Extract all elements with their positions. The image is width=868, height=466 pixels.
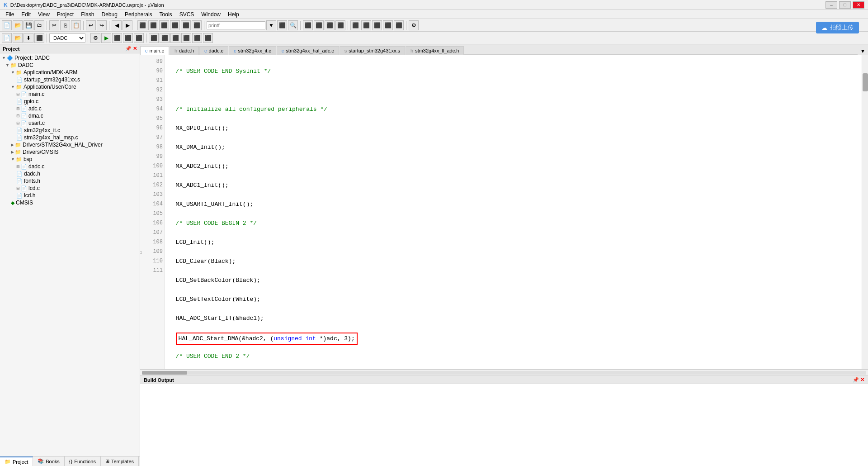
watch-button[interactable]: ⬛ [181,33,191,43]
redo-button[interactable]: ↪ [97,20,107,30]
paste-button[interactable]: 📋 [71,20,81,30]
close-button[interactable]: ✕ [853,1,864,9]
tree-item-app-user[interactable]: ▼ 📁 Application/User/Core [0,83,140,90]
nav-back-button[interactable]: ◀ [112,20,122,30]
tree-item-app-mdk[interactable]: ▼ 📁 Application/MDK-ARM [0,69,140,76]
dbg2-button[interactable]: ⬛ [149,33,159,43]
ports-button[interactable]: ⬛ [203,33,213,43]
tree-item-bsp-lcd-c[interactable]: ⊞ 📄 lcd.c [0,185,140,192]
pins-button[interactable]: ⬛ [170,33,180,43]
printf-dropdown-button[interactable]: ▼ [266,20,276,30]
minimize-button[interactable]: – [826,1,837,9]
bookmark-next-button[interactable]: ⬛ [148,20,158,30]
run-cursor-button[interactable]: ⬛ [394,20,404,30]
tree-item-drivers-cmsis[interactable]: ▶ 📁 Drivers/CMSIS [0,148,140,156]
build-output-close-button[interactable]: ✕ [860,377,864,383]
tb2-batch-button[interactable]: ⬛ [34,33,44,43]
rebuild-button[interactable]: ⬛ [314,20,324,30]
tree-item-main-c[interactable]: ⊞ 📄 main.c [0,90,140,98]
rebuild-target-button[interactable]: ⬛ [112,33,122,43]
batch-build-button[interactable]: ⬛ [123,33,133,43]
tree-item-it-c[interactable]: 📄 stm32g4xx_it.c [0,127,140,134]
save-button[interactable]: 💾 [24,20,33,30]
menu-file[interactable]: File [2,10,18,19]
stop-button[interactable]: ⬛ [335,20,345,30]
tree-item-bsp-dadc-h[interactable]: 📄 dadc.h [0,170,140,177]
setup-button[interactable]: ⚙ [409,20,419,30]
tab-stm32-it[interactable]: c stm32g4xx_it.c [229,46,276,55]
cut-button[interactable]: ✂ [49,20,59,30]
tabs-collapse-button[interactable]: ▼ [858,48,868,55]
panel-close-button[interactable]: ✕ [133,46,137,52]
menu-svcs[interactable]: SVCS [176,10,198,19]
menu-edit[interactable]: Edit [18,10,34,19]
debug-disconnect-button[interactable]: ⬛ [361,20,371,30]
tree-item-bsp-fonts-h[interactable]: 📄 fonts.h [0,177,140,185]
unindent-button[interactable]: ⬛ [170,20,180,30]
target-select[interactable]: DADC [49,33,85,43]
menu-peripherals[interactable]: Peripherals [121,10,156,19]
tree-item-dadc[interactable]: ▼ 📁 DADC [0,62,140,69]
build-output-pin-icon[interactable]: 📌 [853,377,859,383]
menu-view[interactable]: View [34,10,53,19]
find-ref-button[interactable]: ⬛ [192,20,202,30]
memory-button[interactable]: ⬛ [192,33,202,43]
tab-startup[interactable]: s startup_stm32g431xx.s [340,46,405,55]
nav-fwd-button[interactable]: ▶ [123,20,132,30]
tab-hal-adc[interactable]: c stm32g4xx_hal_adc.c [277,46,339,55]
tb2-open-button[interactable]: 📂 [13,33,23,43]
target-options-button[interactable]: ⚙ [90,33,100,43]
horizontal-scrollbar[interactable] [140,369,868,376]
tb2-new-button[interactable]: 📄 [2,33,12,43]
copy-button[interactable]: ⎘ [60,20,70,30]
tree-item-usart-c[interactable]: ⊞ 📄 usart.c [0,119,140,127]
tab-main-c[interactable]: c main.c [140,46,169,55]
open-file-button[interactable]: 📂 [13,20,23,30]
new-file-button[interactable]: 📄 [2,20,12,30]
menu-flash[interactable]: Flash [77,10,98,19]
align-button[interactable]: ⬛ [181,20,191,30]
tree-item-bsp[interactable]: ▼ 📁 bsp [0,156,140,163]
tree-item-dma-c[interactable]: ⊞ 📄 dma.c [0,112,140,119]
tab-project[interactable]: 📁 Project [0,456,33,466]
menu-window[interactable]: Window [198,10,224,19]
printf-input[interactable] [207,21,265,29]
tree-item-hal-msp-c[interactable]: 📄 stm32g4xx_hal_msp.c [0,134,140,141]
debug-reset-button[interactable]: ⬛ [383,20,393,30]
save-all-button[interactable]: 🗂 [34,20,44,30]
indent-button[interactable]: ⬛ [159,20,169,30]
menu-debug[interactable]: Debug [98,10,121,19]
printf-search-button[interactable]: ⬛ [277,20,287,30]
tree-item-bsp-lcd-h[interactable]: 📄 lcd.h [0,192,140,199]
batch-button[interactable]: ⬛ [325,20,335,30]
stop-build-button[interactable]: ⬛ [134,33,144,43]
find-button[interactable]: 🔍 [288,20,298,30]
build-button[interactable]: ⬛ [303,20,313,30]
debug-connect-button[interactable]: ⬛ [350,20,360,30]
tab-functions[interactable]: {} Functions [65,456,101,466]
cloud-upload-button[interactable]: ☁ 拍照上传 [816,22,859,33]
tree-item-drivers-hal[interactable]: ▶ 📁 Drivers/STM32G4xx_HAL_Driver [0,141,140,148]
tb2-load-button[interactable]: ⬇ [24,33,33,43]
tab-dadc-c[interactable]: c dadc.c [199,46,228,55]
bookmark-prev-button[interactable]: ⬛ [137,20,147,30]
build-target-button[interactable]: ▶ [101,33,111,43]
undo-button[interactable]: ↩ [86,20,96,30]
menu-project[interactable]: Project [53,10,77,19]
tree-item-startup[interactable]: 📄 startup_stm32g431xx.s [0,76,140,83]
code-content[interactable]: /* USER CODE END SysInit */ /* Initializ… [165,55,862,369]
vertical-scrollbar[interactable] [862,55,868,369]
panel-pin-icon[interactable]: 📌 [125,46,132,52]
maximize-button[interactable]: □ [839,1,851,9]
tab-books[interactable]: 📚 Books [33,456,65,466]
peripheral-button[interactable]: ⬛ [160,33,170,43]
tree-item-project-root[interactable]: ▼ 🔷 Project: DADC [0,54,140,62]
tree-item-gpio-c[interactable]: 📄 gpio.c [0,98,140,105]
menu-help[interactable]: Help [224,10,243,19]
tab-dadc-h[interactable]: h dadc.h [170,46,199,55]
tab-templates[interactable]: ⊞ Templates [101,456,139,466]
menu-tools[interactable]: Tools [156,10,176,19]
tree-item-adc-c[interactable]: ⊞ 📄 adc.c [0,105,140,112]
h-scroll-thumb[interactable] [142,371,187,375]
tab-ll-adc[interactable]: h stm32g4xx_ll_adc.h [406,46,464,55]
